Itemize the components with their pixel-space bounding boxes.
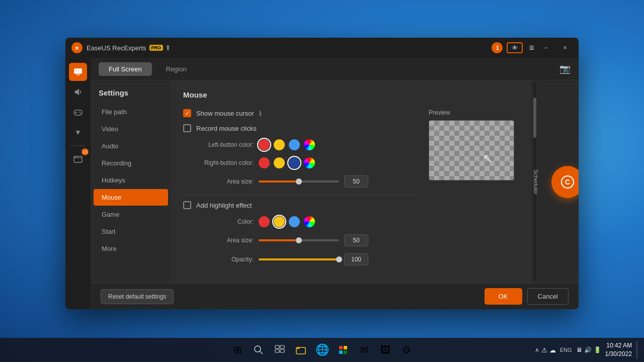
taskbar-sys-icons: ∧ ⚠ ☁ <box>535 346 556 354</box>
mouse-left-panel: Show mouse cursor ℹ Record mouse clicks … <box>183 109 419 273</box>
taskbar-search[interactable] <box>250 341 268 359</box>
highlight-checkbox[interactable] <box>183 201 191 209</box>
taskbar-settings[interactable]: ⚙ <box>397 341 416 359</box>
preview-box: ↖ <box>429 120 514 180</box>
sidebar-icon-screen[interactable] <box>69 63 87 81</box>
highlight-color-red[interactable] <box>259 216 270 227</box>
highlight-color-multi[interactable] <box>304 216 315 227</box>
taskbar-start[interactable]: ⊞ <box>228 341 247 359</box>
svg-rect-21 <box>344 346 347 349</box>
opacity-slider[interactable] <box>259 258 339 260</box>
lang-indicator[interactable]: ENG <box>560 347 572 353</box>
svg-marker-4 <box>75 88 79 96</box>
show-desktop-btn[interactable] <box>636 341 638 359</box>
warning-icon: ⚠ <box>541 346 547 354</box>
taskbar-explorer[interactable] <box>292 341 310 359</box>
taskbar-right: ∧ ⚠ ☁ ENG 🖥 🔊 🔋 10:42 AM 1/30/2022 <box>535 341 638 359</box>
area-size-slider[interactable] <box>259 180 339 183</box>
nav-file-path[interactable]: File path <box>94 104 168 120</box>
taskbar-taskview[interactable] <box>271 341 289 359</box>
highlight-color-yellow[interactable] <box>274 216 285 227</box>
record-clicks-checkbox[interactable] <box>183 124 191 132</box>
nav-audio[interactable]: Audio <box>94 138 168 154</box>
right-color-multi[interactable] <box>304 157 315 168</box>
tab-fullscreen[interactable]: Full Screen <box>99 62 152 76</box>
left-color-yellow[interactable] <box>274 139 285 150</box>
left-color-blue[interactable] <box>289 139 300 150</box>
left-color-multi[interactable] <box>304 139 315 150</box>
record-clicks-row: Record mouse clicks <box>183 124 419 132</box>
highlight-area-slider[interactable] <box>259 239 339 241</box>
chevron-up-icon[interactable]: ∧ <box>535 346 539 353</box>
sidebar-icon-audio[interactable] <box>69 83 87 101</box>
svg-point-8 <box>79 112 80 113</box>
pro-badge: PRO <box>149 45 164 51</box>
mouse-section-title: Mouse <box>183 90 519 99</box>
settings-title: Settings <box>91 88 171 103</box>
taskbar-store[interactable] <box>334 341 352 359</box>
close-button[interactable]: × <box>557 42 573 53</box>
mouse-content: Show mouse cursor ℹ Record mouse clicks … <box>183 109 519 273</box>
highlight-area-row: Area size: 50 <box>183 234 419 246</box>
volume-icon[interactable]: 🔊 <box>584 346 592 353</box>
right-color-yellow[interactable] <box>274 157 285 168</box>
show-cursor-row: Show mouse cursor ℹ <box>183 109 419 117</box>
screenshot-icon[interactable]: 📷 <box>559 63 571 74</box>
highlight-area-label: Area size: <box>183 237 254 244</box>
highlight-color-blue[interactable] <box>289 216 300 227</box>
svg-rect-17 <box>275 349 279 352</box>
preview-area: Preview ↖ <box>429 109 519 180</box>
reset-button[interactable]: Reset default settings <box>101 289 174 304</box>
nav-game[interactable]: Game <box>94 206 168 223</box>
nav-more[interactable]: More <box>94 240 168 257</box>
left-color-red[interactable] <box>259 139 270 150</box>
mouse-right-panel: Preview ↖ <box>419 109 519 273</box>
info-icon[interactable]: ℹ <box>259 110 262 117</box>
ok-button[interactable]: OK <box>485 288 522 305</box>
menu-button[interactable]: ≡ <box>529 43 534 53</box>
nav-mouse[interactable]: Mouse <box>94 189 168 206</box>
highlight-label: Add highlight effect <box>196 202 252 209</box>
taskbar-datetime[interactable]: 10:42 AM 1/30/2022 <box>605 341 632 358</box>
sidebar-icon-webcam[interactable]: ▼ <box>69 123 87 141</box>
nav-recording[interactable]: Recording <box>94 155 168 171</box>
tab-region[interactable]: Region <box>156 62 197 76</box>
svg-rect-2 <box>74 68 82 74</box>
left-btn-colors <box>259 139 315 150</box>
sidebar-icon-gamepad[interactable] <box>69 103 87 121</box>
upload-icon: ⬆ <box>165 44 171 52</box>
taskbar-edge[interactable]: 🌐 <box>313 341 331 359</box>
svg-text:R: R <box>75 46 79 51</box>
settings-nav: Settings File path Video Audio Recording… <box>91 80 171 283</box>
title-bar: R EaseUS RecExperts PRO ⬆ 1 👁 ≡ − × <box>65 38 579 58</box>
show-cursor-checkbox[interactable] <box>183 109 191 117</box>
display-icon: 🖥 <box>576 346 582 353</box>
main-panel: Full Screen Region 📷 Settings File path … <box>91 58 579 309</box>
highlight-area-value: 50 <box>344 234 368 246</box>
nav-start[interactable]: Start <box>94 223 168 240</box>
record-button[interactable]: C <box>551 166 579 198</box>
svg-rect-20 <box>339 346 343 349</box>
taskbar-time-display: 10:42 AM <box>605 341 632 350</box>
taskbar-date-display: 1/30/2022 <box>605 350 632 358</box>
sidebar-icon-files[interactable]: 15 <box>69 150 87 168</box>
notification-badge[interactable]: 1 <box>492 42 503 53</box>
right-color-red[interactable] <box>259 157 270 168</box>
taskbar-photos[interactable]: 🖼 <box>376 341 394 359</box>
opacity-row: Opacity: 100 <box>183 253 419 265</box>
cancel-button[interactable]: Cancel <box>527 288 569 305</box>
settings-footer: Reset default settings OK Cancel <box>91 283 579 309</box>
opacity-label: Opacity: <box>183 256 254 263</box>
preview-label: Preview <box>429 109 519 116</box>
nav-hotkeys[interactable]: Hotkeys <box>94 172 168 189</box>
right-color-darkblue[interactable] <box>289 157 300 168</box>
nav-video[interactable]: Video <box>94 121 168 137</box>
taskbar-mail[interactable]: ✉ <box>355 341 373 359</box>
svg-rect-15 <box>275 345 279 348</box>
minimize-button[interactable]: − <box>538 42 553 53</box>
svg-rect-22 <box>339 350 343 354</box>
area-size-row: Area size: 50 <box>183 175 419 188</box>
svg-point-9 <box>80 113 81 114</box>
scrollbar-thumb[interactable] <box>533 98 536 138</box>
eye-button[interactable]: 👁 <box>507 42 523 53</box>
